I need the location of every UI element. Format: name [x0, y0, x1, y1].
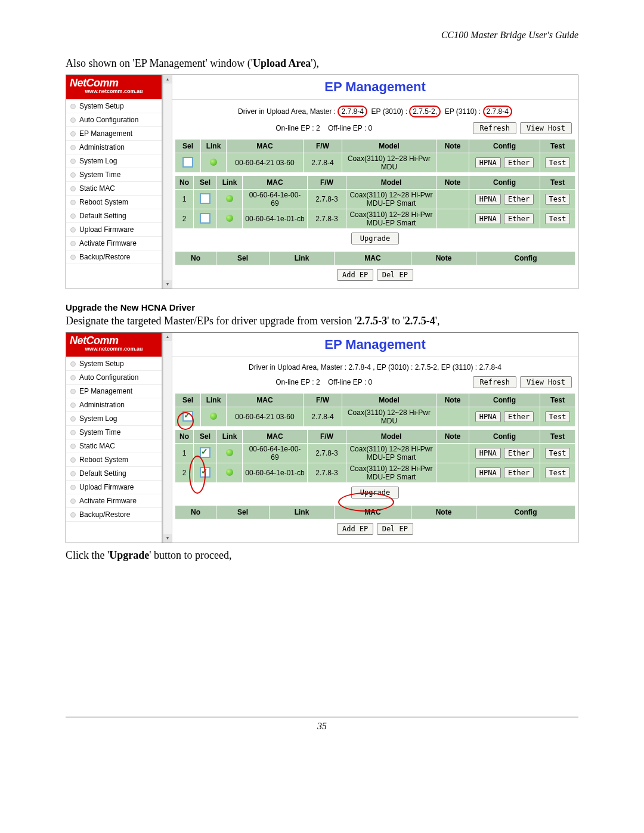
- config-ether-button[interactable]: Ether: [504, 194, 534, 205]
- test-button[interactable]: Test: [545, 467, 571, 478]
- nav-upload-firmware[interactable]: Upload Firmware: [66, 223, 162, 237]
- col-link: Link: [217, 176, 243, 190]
- nav-default-setting[interactable]: Default Setting: [66, 467, 162, 481]
- col-model: Model: [346, 430, 436, 444]
- refresh-button[interactable]: Refresh: [473, 122, 516, 134]
- config-ether-button[interactable]: Ether: [504, 411, 534, 422]
- config-hpna-button[interactable]: HPNA: [475, 467, 501, 478]
- config-hpna-button[interactable]: HPNA: [475, 157, 501, 168]
- intro-2d: 2.7.5-4: [405, 315, 435, 327]
- nav-activate-firmware[interactable]: Activate Firmware: [66, 494, 162, 508]
- config-ether-button[interactable]: Ether: [504, 157, 534, 168]
- ep2-model: Coax(3110) 12~28 Hi-Pwr MDU-EP Smart: [346, 209, 436, 229]
- add-ep-button[interactable]: Add EP: [337, 269, 373, 281]
- nav-administration[interactable]: Administration: [66, 398, 162, 412]
- nav-backup-restore[interactable]: Backup/Restore: [66, 250, 162, 264]
- online-ep-count: On-line EP : 2: [275, 378, 320, 386]
- page-title: EP Management: [172, 75, 578, 100]
- logo-brand: NetComm: [70, 75, 158, 88]
- scroll-down-icon[interactable]: ▾: [163, 280, 172, 289]
- config-ether-button[interactable]: Ether: [504, 448, 534, 459]
- view-host-button[interactable]: View Host: [520, 376, 572, 388]
- col-sel: Sel: [216, 252, 270, 265]
- test-button[interactable]: Test: [545, 448, 571, 459]
- master-fw: 2.7.8-4: [304, 153, 342, 173]
- config-ether-button[interactable]: Ether: [504, 213, 534, 224]
- col-mac: MAC: [227, 140, 304, 153]
- col-mac: MAC: [243, 176, 308, 190]
- test-button[interactable]: Test: [545, 157, 571, 168]
- col-config: Config: [476, 506, 575, 519]
- col-link: Link: [270, 252, 335, 265]
- intro-1a: Also shown on 'EP Management' window (': [66, 57, 253, 69]
- test-button[interactable]: Test: [545, 411, 571, 422]
- ep2-select-checkbox[interactable]: [200, 213, 210, 224]
- col-note: Note: [436, 394, 469, 407]
- driver-label: Driver in Upload Area, Master :: [238, 107, 336, 116]
- add-ep-button[interactable]: Add EP: [337, 523, 373, 535]
- scroll-up-icon[interactable]: ▴: [163, 333, 172, 341]
- upgrade-button[interactable]: Upgrade: [351, 233, 400, 244]
- config-hpna-button[interactable]: HPNA: [475, 213, 501, 224]
- col-mac: MAC: [243, 430, 308, 444]
- ep2-fw: 2.7.8-3: [308, 463, 346, 483]
- config-hpna-button[interactable]: HPNA: [475, 448, 501, 459]
- nav-backup-restore[interactable]: Backup/Restore: [66, 508, 162, 522]
- nav-static-mac[interactable]: Static MAC: [66, 182, 162, 196]
- nav-system-setup[interactable]: System Setup: [66, 100, 162, 113]
- nav-auto-configuration[interactable]: Auto Configuration: [66, 371, 162, 385]
- test-button[interactable]: Test: [545, 213, 571, 224]
- test-button[interactable]: Test: [545, 194, 571, 205]
- nav-ep-management[interactable]: EP Management: [66, 127, 162, 141]
- nav-system-time[interactable]: System Time: [66, 168, 162, 182]
- del-ep-button[interactable]: Del EP: [377, 523, 413, 535]
- del-ep-button[interactable]: Del EP: [377, 269, 413, 281]
- ep3110-label: EP (3110) :: [445, 107, 481, 116]
- nav-system-log[interactable]: System Log: [66, 412, 162, 426]
- nav-administration[interactable]: Administration: [66, 141, 162, 154]
- nav-reboot-system[interactable]: Reboot System: [66, 453, 162, 467]
- ep1-mac: 00-60-64-1e-00-69: [243, 190, 308, 209]
- master-select-checkbox[interactable]: [182, 157, 193, 168]
- refresh-button[interactable]: Refresh: [473, 376, 516, 388]
- sidebar-scrollbar[interactable]: ▴ ▾: [163, 333, 172, 543]
- master-table: Sel Link MAC F/W Model Note Config Test …: [175, 139, 575, 173]
- footer-rule: [66, 717, 578, 717]
- nav-system-log[interactable]: System Log: [66, 154, 162, 168]
- sidebar-scrollbar[interactable]: ▴ ▾: [163, 75, 172, 289]
- ep-table: No Sel Link MAC F/W Model Note Config Te…: [175, 429, 575, 503]
- ep1-select-checkbox[interactable]: [200, 447, 210, 458]
- sidebar: NetComm www.netcomm.com.au System Setup …: [66, 75, 163, 289]
- annotation-master-checkbox: [177, 412, 194, 430]
- scroll-up-icon[interactable]: ▴: [163, 75, 172, 83]
- intro-1b: Upload Area: [253, 57, 311, 69]
- nav-activate-firmware[interactable]: Activate Firmware: [66, 237, 162, 250]
- ep-management-screenshot-2: NetComm www.netcomm.com.au System Setup …: [66, 332, 578, 543]
- col-note: Note: [411, 252, 476, 265]
- col-sel: Sel: [216, 506, 270, 519]
- config-hpna-button[interactable]: HPNA: [475, 194, 501, 205]
- ep-row-2: 2 00-60-64-1e-01-cb 2.7.8-3 Coax(3110) 1…: [175, 209, 575, 229]
- nav-default-setting[interactable]: Default Setting: [66, 209, 162, 223]
- nav-system-time[interactable]: System Time: [66, 426, 162, 439]
- view-host-button[interactable]: View Host: [520, 122, 572, 134]
- netcomm-logo: NetComm www.netcomm.com.au: [66, 75, 162, 99]
- nav-reboot-system[interactable]: Reboot System: [66, 196, 162, 209]
- nav-list: System Setup Auto Configuration EP Manag…: [66, 357, 162, 522]
- ep1-select-checkbox[interactable]: [200, 193, 210, 204]
- nav-system-setup[interactable]: System Setup: [66, 357, 162, 371]
- nav-static-mac[interactable]: Static MAC: [66, 439, 162, 453]
- row-no: 2: [175, 209, 194, 229]
- nav-upload-firmware[interactable]: Upload Firmware: [66, 481, 162, 494]
- col-fw: F/W: [308, 430, 346, 444]
- config-hpna-button[interactable]: HPNA: [475, 411, 501, 422]
- col-config: Config: [469, 430, 540, 444]
- config-ether-button[interactable]: Ether: [504, 467, 534, 478]
- col-sel: Sel: [175, 394, 201, 407]
- nav-auto-configuration[interactable]: Auto Configuration: [66, 113, 162, 127]
- ep1-mac: 00-60-64-1e-00-69: [243, 444, 308, 463]
- nav-ep-management[interactable]: EP Management: [66, 385, 162, 398]
- scroll-down-icon[interactable]: ▾: [163, 534, 172, 543]
- row-no: 1: [175, 190, 194, 209]
- offline-ep-table: No Sel Link MAC Note Config Add EP Del E…: [175, 251, 575, 285]
